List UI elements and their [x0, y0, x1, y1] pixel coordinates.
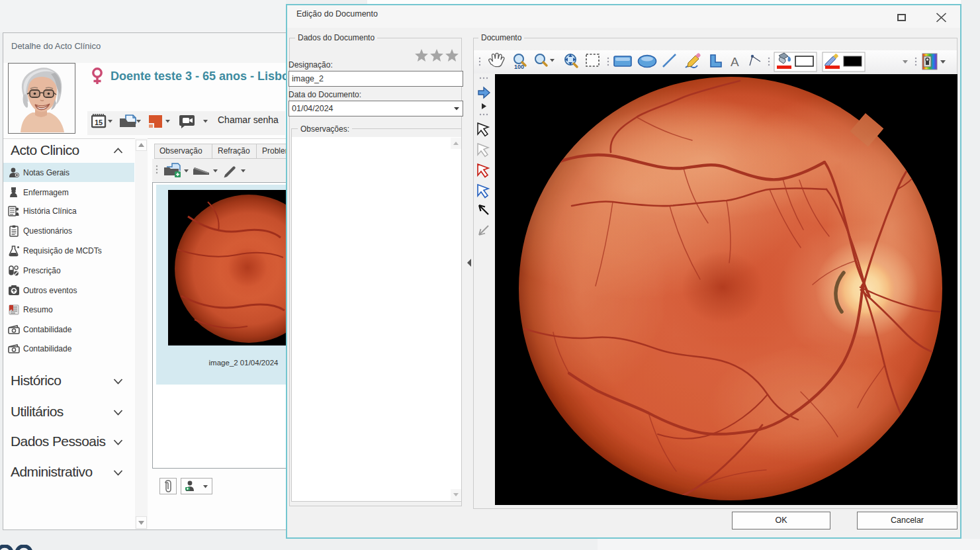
svg-text:Chamar senha: Chamar senha — [218, 115, 279, 125]
svg-text:15: 15 — [95, 118, 103, 126]
svg-text:A: A — [731, 55, 739, 69]
svg-text:100: 100 — [514, 64, 524, 70]
